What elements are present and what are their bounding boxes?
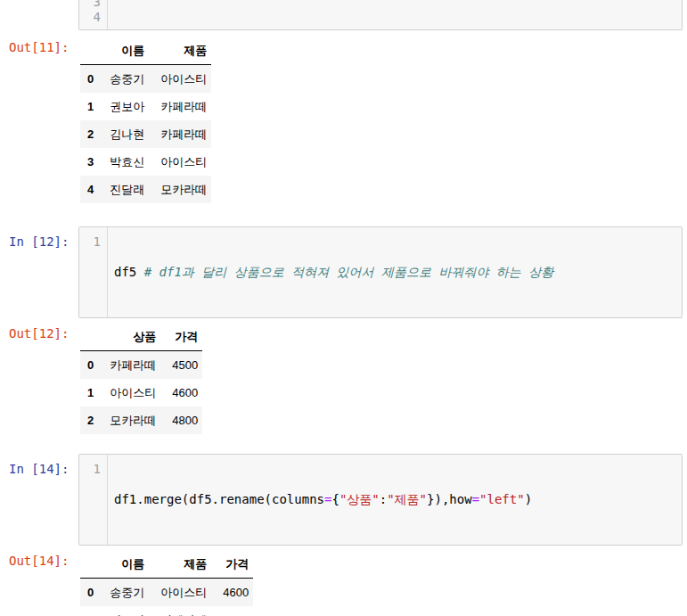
table-cell: 김나현 [98,120,149,148]
row-index: 1 [80,93,98,120]
code-cell-in11[interactable]: 3 4 df1 [78,0,683,30]
dataframe-out14: 이름 제품 가격 0 송중기 아이스티 4600 1 권보아 [80,553,253,616]
code-token[interactable]: }),how [427,492,472,506]
table-cell: 모카라떼 [149,176,211,203]
notebook: 3 4 df1 Out[11]: 이름 제품 [0,0,687,616]
table-row: 2 모카라떼 4800 [80,407,202,434]
table-cell: 모카라떼 [98,407,160,434]
code-line[interactable] [114,25,189,29]
table-cell: 아이스티 [149,148,211,176]
code-token[interactable]: { [331,492,339,506]
corner-blank [80,39,98,65]
table-cell: 진달래 [98,176,149,203]
code-string[interactable]: "제품" [387,492,427,506]
table-cell: 4500 [160,351,202,380]
table-cell: 아이스티 [149,579,211,607]
corner-blank [80,325,98,351]
in-prompt-12: In [12]: [0,226,78,250]
code-comment[interactable]: # df1과 달리 상품으로 적혀져 있어서 제품으로 바꿔줘야 하는 상황 [144,265,554,279]
code-cell-in14[interactable]: 1 df1.merge(df5.rename(columns={"상품":"제품… [78,454,683,546]
line-number-3: 3 [79,0,101,10]
table-cell: 박효신 [98,148,149,176]
table-cell: 카페라떼 [98,351,160,380]
output-area-out11: Out[11]: 이름 제품 0 송중기 아이스티 [0,39,687,203]
cell-row-in12: In [12]: 1 df5 # df1과 달리 상품으로 적혀져 있어서 제품… [0,226,687,318]
table-cell: 4600 [211,579,253,607]
code-line[interactable]: df1.merge(df5.rename(columns={"상품":"제품"}… [114,492,532,507]
code-operator[interactable]: = [472,492,479,506]
row-index: 0 [80,65,98,94]
dataframe-out11: 이름 제품 0 송중기 아이스티 1 권보아 카페라떼 [80,39,211,203]
table-row: 0 송중기 아이스티 4600 [80,579,253,607]
row-index: 2 [80,120,98,148]
line-number-4: 4 [79,10,101,25]
table-row: 1 아이스티 4600 [80,379,202,407]
corner-blank [80,553,98,579]
column-header: 가격 [211,553,253,579]
header-row: 이름 제품 [80,39,211,65]
table-cell: 송중기 [98,579,149,607]
row-index: 4 [80,176,98,203]
line-number-gutter: 1 [79,227,108,317]
table-cell: 아이스티 [149,65,211,94]
table-row: 1 권보아 카페라떼 4500 [80,606,253,616]
table-row: 0 카페라떼 4500 [80,351,202,380]
table-row: 3 박효신 아이스티 [80,148,211,176]
code-token[interactable]: df5 [114,265,144,279]
table-cell: 권보아 [98,93,149,120]
code-token[interactable]: ) [525,492,532,506]
table-cell: 카페라떼 [149,606,211,616]
table-cell: 4800 [160,407,202,434]
row-index: 0 [80,579,98,607]
table-cell: 4600 [160,379,202,407]
table-cell: 4500 [211,606,253,616]
header-row: 상품 가격 [80,325,202,351]
code-editor[interactable]: df1 [108,0,196,29]
line-number-gutter: 1 [79,455,108,545]
table-cell: 송중기 [98,65,149,94]
out-prompt-12: Out[12]: [0,325,78,341]
line-number-1: 1 [79,462,101,477]
out-prompt-14: Out[14]: [0,553,78,569]
table-row: 0 송중기 아이스티 [80,65,211,94]
out-prompt-11: Out[11]: [0,39,78,55]
column-header: 가격 [160,325,202,351]
code-token[interactable]: df1.merge(df5.rename(columns [114,492,324,506]
code-line[interactable]: df5 # df1과 달리 상품으로 적혀져 있어서 제품으로 바꿔줘야 하는 … [114,265,553,280]
column-header: 제품 [149,39,211,65]
code-editor[interactable]: df1.merge(df5.rename(columns={"상품":"제품"}… [108,455,539,545]
column-header: 제품 [149,553,211,579]
output-area-out12: Out[12]: 상품 가격 0 카페라떼 4500 [0,325,687,434]
code-editor[interactable]: df5 # df1과 달리 상품으로 적혀져 있어서 제품으로 바꿔줘야 하는 … [108,227,560,317]
line-number-gutter: 3 4 [79,0,108,29]
table-row: 1 권보아 카페라떼 [80,93,211,120]
column-header: 이름 [98,553,149,579]
code-string[interactable]: "left" [479,492,525,506]
row-index: 0 [80,351,98,380]
line-number-1: 1 [79,234,101,250]
row-index: 1 [80,606,98,616]
dataframe-out12: 상품 가격 0 카페라떼 4500 1 아이스티 4600 [80,325,202,434]
header-row: 이름 제품 가격 [80,553,253,579]
row-index: 3 [80,148,98,176]
code-string[interactable]: "상품" [339,492,380,506]
table-cell: 카페라떼 [149,120,211,148]
table-cell: 아이스티 [98,379,160,407]
row-index: 2 [80,407,98,434]
table-row: 4 진달래 모카라떼 [80,176,211,203]
table-cell: 카페라떼 [149,93,211,120]
cell-row-in14: In [14]: 1 df1.merge(df5.rename(columns=… [0,454,687,546]
cell-row-in11: 3 4 df1 [0,0,687,30]
in-prompt-14: In [14]: [0,454,78,477]
row-index: 1 [80,379,98,407]
code-cell-in12[interactable]: 1 df5 # df1과 달리 상품으로 적혀져 있어서 제품으로 바꿔줘야 하… [78,226,683,318]
output-area-out14: Out[14]: 이름 제품 가격 0 송중기 아이스티 46 [0,553,687,616]
code-token[interactable]: : [380,492,387,506]
table-row: 2 김나현 카페라떼 [80,120,211,148]
table-cell: 권보아 [98,606,149,616]
column-header: 이름 [98,39,149,65]
column-header: 상품 [98,325,160,351]
